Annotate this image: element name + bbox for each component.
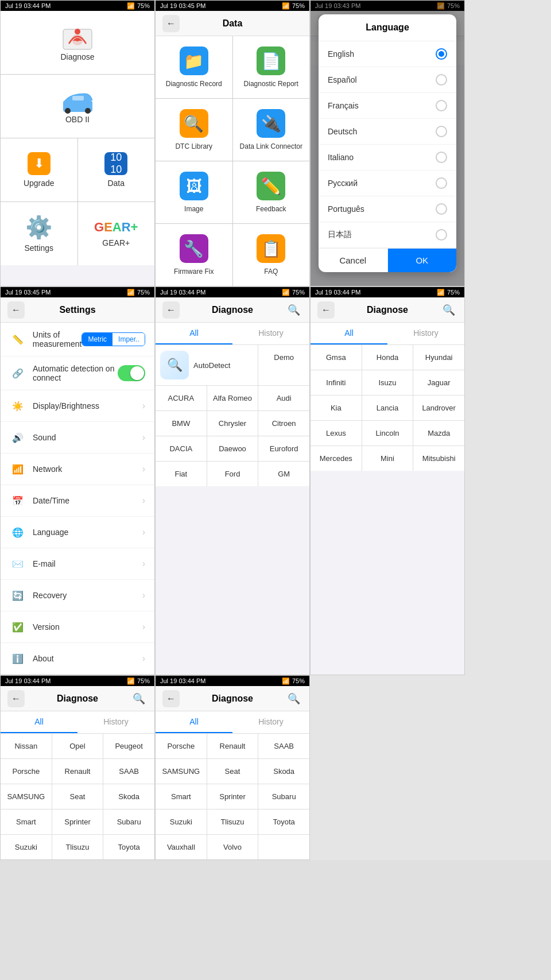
brand-lincoln[interactable]: Lincoln xyxy=(362,421,413,446)
brand-subaru-4[interactable]: Subaru xyxy=(258,784,309,809)
settings-recovery-row[interactable]: 🔄 Recovery › xyxy=(1,580,154,611)
settings-display-row[interactable]: ☀️ Display/Brightness › xyxy=(1,390,154,422)
brand-seat-4[interactable]: Seat xyxy=(207,759,258,784)
data-menu-item[interactable]: 1010 Data xyxy=(78,138,155,202)
diagnose3-tab-history[interactable]: History xyxy=(77,711,154,733)
autodetect-cell[interactable]: 🔍 AutoDetect xyxy=(156,345,258,385)
diagnose1-tab-all[interactable]: All xyxy=(156,323,232,344)
lang-item-portuguese[interactable]: Português xyxy=(319,196,456,222)
diagnose2-search-button[interactable]: 🔍 xyxy=(440,301,457,319)
diagnose1-tab-history[interactable]: History xyxy=(232,323,309,344)
faq-item[interactable]: 📋 FAQ xyxy=(233,224,310,286)
brand-chrysler[interactable]: Chrysler xyxy=(207,411,258,436)
metric-button[interactable]: Metric xyxy=(82,333,112,346)
settings-units-row[interactable]: 📏 Units of measurement Metric Imper.. xyxy=(1,323,154,357)
brand-isuzu[interactable]: Isuzu xyxy=(362,370,413,395)
diagnose1-back-button[interactable]: ← xyxy=(162,301,180,319)
metric-imperial-toggle[interactable]: Metric Imper.. xyxy=(82,332,145,346)
brand-nissan[interactable]: Nissan xyxy=(1,734,52,758)
brand-tlisuzu-4[interactable]: Tlisuzu xyxy=(207,809,258,834)
language-ok-button[interactable]: OK xyxy=(388,249,457,272)
brand-peugeot[interactable]: Peugeot xyxy=(103,734,154,758)
brand-smart-4[interactable]: Smart xyxy=(156,784,207,809)
settings-autodetect-row[interactable]: 🔗 Automatic detection on connect xyxy=(1,357,154,390)
brand-jaguar[interactable]: Jaguar xyxy=(413,370,464,395)
brand-samsung-3[interactable]: SAMSUNG xyxy=(1,784,52,809)
brand-alfaromeo[interactable]: Alfa Romeo xyxy=(207,386,258,410)
brand-skoda-3[interactable]: Skoda xyxy=(103,784,154,809)
brand-demo[interactable]: Demo xyxy=(258,345,309,385)
brand-subaru-3[interactable]: Subaru xyxy=(103,809,154,834)
diagnose2-tab-all[interactable]: All xyxy=(311,323,387,344)
settings-email-row[interactable]: ✉️ E-mail › xyxy=(1,548,154,580)
brand-lancia[interactable]: Lancia xyxy=(362,396,413,420)
diagnose4-tab-history[interactable]: History xyxy=(232,711,309,733)
diagnose4-tab-all[interactable]: All xyxy=(156,711,232,733)
brand-vauxhall[interactable]: Vauxhall xyxy=(156,835,207,859)
diagnose2-tab-history[interactable]: History xyxy=(387,323,464,344)
dtc-library-item[interactable]: 🔍 DTC Library xyxy=(156,99,232,161)
settings-list-back-button[interactable]: ← xyxy=(7,301,25,319)
data-back-button[interactable]: ← xyxy=(162,15,180,32)
brand-suzuki-4[interactable]: Suzuki xyxy=(156,809,207,834)
diagnose2-back-button[interactable]: ← xyxy=(317,301,335,319)
brand-saab-4[interactable]: SAAB xyxy=(258,734,309,758)
brand-suzuki-3[interactable]: Suzuki xyxy=(1,835,52,859)
brand-mercedes[interactable]: Mercedes xyxy=(311,446,362,471)
brand-volvo[interactable]: Volvo xyxy=(207,835,258,859)
brand-citroen[interactable]: Citroen xyxy=(258,411,309,436)
brand-sprinter-4[interactable]: Sprinter xyxy=(207,784,258,809)
image-item[interactable]: 🖼 Image xyxy=(156,161,232,223)
upgrade-menu-item[interactable]: ⬇ Upgrade xyxy=(1,138,77,202)
diagnose-menu-item[interactable]: Diagnose xyxy=(1,11,154,74)
brand-hyundai[interactable]: Hyundai xyxy=(413,345,464,370)
brand-lexus[interactable]: Lexus xyxy=(311,421,362,446)
settings-about-row[interactable]: ℹ️ About › xyxy=(1,643,154,675)
brand-daewoo[interactable]: Daewoo xyxy=(207,436,258,461)
lang-item-francais[interactable]: Français xyxy=(319,93,456,119)
imperial-button[interactable]: Imper.. xyxy=(112,333,145,346)
brand-mitsubishi[interactable]: Mitsubishi xyxy=(413,446,464,471)
brand-infiniti[interactable]: Infiniti xyxy=(311,370,362,395)
settings-language-row[interactable]: 🌐 Language › xyxy=(1,517,154,548)
lang-item-english[interactable]: English xyxy=(319,41,456,67)
lang-item-russian[interactable]: Русский xyxy=(319,171,456,196)
brand-seat-3[interactable]: Seat xyxy=(52,784,103,809)
diagnose4-search-button[interactable]: 🔍 xyxy=(285,690,302,707)
brand-ford[interactable]: Ford xyxy=(207,462,258,486)
brand-saab-3[interactable]: SAAB xyxy=(103,759,154,784)
gear-plus-menu-item[interactable]: GEAR+ GEAR+ xyxy=(78,202,155,265)
brand-mazda[interactable]: Mazda xyxy=(413,421,464,446)
obdii-menu-item[interactable]: OBD II xyxy=(1,75,154,138)
brand-samsung-4[interactable]: SAMSUNG xyxy=(156,759,207,784)
lang-item-espanol[interactable]: Español xyxy=(319,67,456,93)
data-link-item[interactable]: 🔌 Data Link Connector xyxy=(233,99,310,161)
brand-porsche-3[interactable]: Porsche xyxy=(1,759,52,784)
brand-gm[interactable]: GM xyxy=(258,462,309,486)
autodetect-toggle[interactable] xyxy=(118,365,145,381)
lang-item-italiano[interactable]: Italiano xyxy=(319,145,456,171)
brand-dacia[interactable]: DACIA xyxy=(156,436,207,461)
brand-toyota-4[interactable]: Toyota xyxy=(258,809,309,834)
brand-gmsa[interactable]: Gmsa xyxy=(311,345,362,370)
diagnostic-record-item[interactable]: 📁 Diagnostic Record xyxy=(156,36,232,98)
brand-tlisuzu-3[interactable]: Tlisuzu xyxy=(52,835,103,859)
diagnose3-tab-all[interactable]: All xyxy=(1,711,77,733)
brand-renault-4[interactable]: Renault xyxy=(207,734,258,758)
language-cancel-button[interactable]: Cancel xyxy=(319,249,388,272)
settings-menu-item[interactable]: ⚙️ Settings xyxy=(1,202,77,265)
feedback-item[interactable]: ✏️ Feedback xyxy=(233,161,310,223)
settings-datetime-row[interactable]: 📅 Date/Time › xyxy=(1,485,154,517)
brand-honda[interactable]: Honda xyxy=(362,345,413,370)
brand-landrover[interactable]: Landrover xyxy=(413,396,464,420)
lang-item-deutsch[interactable]: Deutsch xyxy=(319,119,456,145)
diagnostic-report-item[interactable]: 📄 Diagnostic Report xyxy=(233,36,310,98)
settings-version-row[interactable]: ✅ Version › xyxy=(1,611,154,643)
settings-sound-row[interactable]: 🔊 Sound › xyxy=(1,422,154,454)
brand-kia[interactable]: Kia xyxy=(311,396,362,420)
brand-bmw[interactable]: BMW xyxy=(156,411,207,436)
brand-opel[interactable]: Opel xyxy=(52,734,103,758)
brand-fiat[interactable]: Fiat xyxy=(156,462,207,486)
brand-renault-3[interactable]: Renault xyxy=(52,759,103,784)
brand-skoda-4[interactable]: Skoda xyxy=(258,759,309,784)
